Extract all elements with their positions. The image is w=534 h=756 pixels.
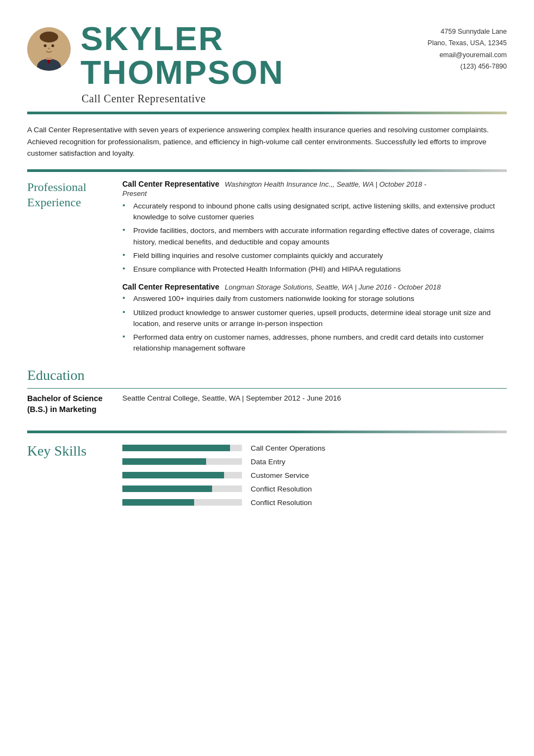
skill-bar-fill [122,485,212,492]
skill-name: Conflict Resolution [251,499,312,507]
job-2-header: Call Center Representative Longman Stora… [122,282,507,291]
svg-point-9 [38,44,41,50]
prof-exp-bar [27,169,507,172]
job-1-dates: Present [122,189,507,198]
job-1-header: Call Center Representative Washington He… [122,180,507,188]
svg-point-8 [48,48,50,50]
job-2-bullets: Answered 100+ inquiries daily from custo… [122,293,507,354]
skills-outer: Key Skills Call Center OperationsData En… [27,441,507,507]
skills-bar [27,431,507,433]
prof-exp-content: Call Center Representative Washington He… [122,180,507,362]
skill-row: Customer Service [122,471,507,480]
skill-bar-fill [122,458,206,465]
first-name: SKYLER [80,22,409,56]
education-section: Education Bachelor of Science (B.S.) in … [27,367,507,415]
skill-name: Call Center Operations [251,444,325,452]
skill-bar-fill [122,499,194,506]
skills-label: Key Skills [27,441,122,459]
job-1-company: Washington Health Insurance Inc.,, Seatt… [225,180,426,188]
bullet-item: Performed data entry on customer names, … [122,332,507,354]
skill-row: Conflict Resolution [122,499,507,507]
header-divider [27,112,507,114]
skill-bar [122,499,242,506]
skill-name: Conflict Resolution [251,485,312,493]
education-row: Bachelor of Science (B.S.) in Marketing … [27,389,507,415]
skill-bar [122,445,242,451]
job-1-bullets: Accurately respond to inbound phone call… [122,201,507,275]
job-title: Call Center Representative [80,93,206,105]
job-1-title: Call Center Representative [122,180,219,188]
contact-phone: (123) 456-7890 [409,61,507,72]
edu-degree: Bachelor of Science (B.S.) in Marketing [27,393,122,415]
svg-point-7 [52,45,54,47]
svg-point-5 [40,32,58,42]
resume-wrapper: SKYLER THOMPSON Call Center Representati… [0,0,534,756]
svg-point-6 [44,45,47,47]
last-name: THOMPSON [80,56,409,89]
bullet-item: Field billing inquiries and resolve cust… [122,250,507,261]
skill-bar-fill [122,445,230,451]
subtitle-bar: Call Center Representative [80,93,409,105]
skills-list: Call Center OperationsData EntryCustomer… [122,441,507,507]
summary: A Call Center Representative with seven … [27,124,507,159]
bullet-item: Provide facilities, doctors, and members… [122,225,507,248]
bullet-item: Utilized product knowledge to answer cus… [122,308,507,330]
avatar [27,27,71,71]
contact-block: 4759 Sunnydale Lane Plano, Texas, USA, 1… [409,22,507,72]
job-1: Call Center Representative Washington He… [122,180,507,275]
svg-point-10 [57,44,60,50]
job-2-company: Longman Storage Solutions, Seattle, WA |… [225,283,440,291]
skill-row: Conflict Resolution [122,485,507,493]
skill-name: Customer Service [251,471,309,480]
skill-bar [122,472,242,478]
skill-row: Call Center Operations [122,444,507,452]
skill-row: Data Entry [122,458,507,466]
job-2-title: Call Center Representative [122,282,219,291]
contact-email: email@youremail.com [409,50,507,61]
professional-experience-section: Professional Experience Call Center Repr… [27,180,507,362]
header: SKYLER THOMPSON Call Center Representati… [27,22,507,105]
job-2: Call Center Representative Longman Stora… [122,282,507,354]
skill-bar-fill [122,472,224,478]
skill-bar [122,485,242,492]
skill-bar [122,458,242,465]
contact-address: 4759 Sunnydale Lane [409,26,507,38]
edu-detail: Seattle Central College, Seattle, WA | S… [122,393,507,402]
contact-city: Plano, Texas, USA, 12345 [409,38,507,49]
skill-name: Data Entry [251,458,285,466]
key-skills-section: Key Skills Call Center OperationsData En… [27,441,507,507]
education-label: Education [27,367,507,384]
prof-exp-label: Professional Experience [27,180,122,211]
bullet-item: Accurately respond to inbound phone call… [122,201,507,223]
bullet-item: Answered 100+ inquiries daily from custo… [122,293,507,304]
bullet-item: Ensure compliance with Protected Health … [122,264,507,275]
name-block: SKYLER THOMPSON Call Center Representati… [80,22,409,105]
